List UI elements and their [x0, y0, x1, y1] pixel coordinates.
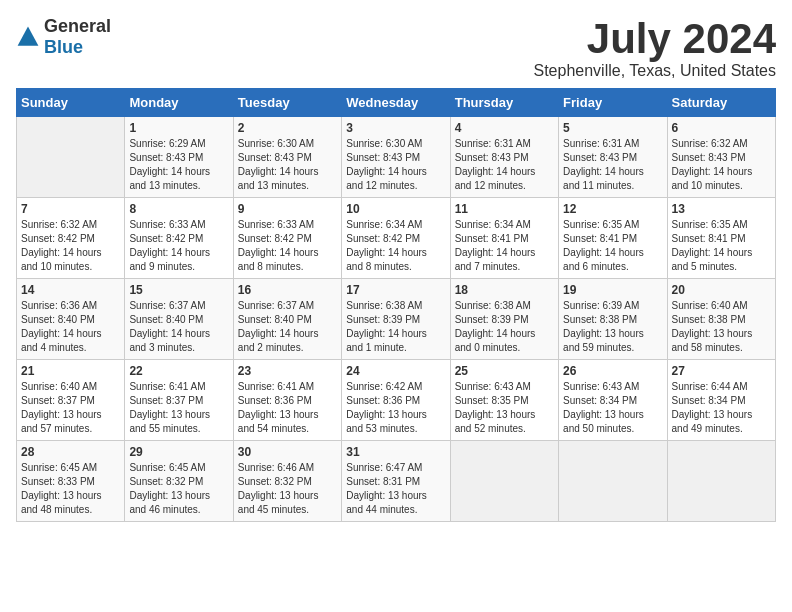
day-number: 9 — [238, 202, 337, 216]
calendar-cell: 9Sunrise: 6:33 AMSunset: 8:42 PMDaylight… — [233, 198, 341, 279]
logo: General Blue — [16, 16, 111, 58]
calendar-cell: 14Sunrise: 6:36 AMSunset: 8:40 PMDayligh… — [17, 279, 125, 360]
day-info: Sunrise: 6:41 AMSunset: 8:36 PMDaylight:… — [238, 380, 337, 436]
day-number: 17 — [346, 283, 445, 297]
day-number: 3 — [346, 121, 445, 135]
header-day: Tuesday — [233, 89, 341, 117]
calendar-cell: 19Sunrise: 6:39 AMSunset: 8:38 PMDayligh… — [559, 279, 667, 360]
header-row: SundayMondayTuesdayWednesdayThursdayFrid… — [17, 89, 776, 117]
day-number: 24 — [346, 364, 445, 378]
day-number: 18 — [455, 283, 554, 297]
calendar-cell: 12Sunrise: 6:35 AMSunset: 8:41 PMDayligh… — [559, 198, 667, 279]
calendar-cell: 31Sunrise: 6:47 AMSunset: 8:31 PMDayligh… — [342, 441, 450, 522]
day-info: Sunrise: 6:41 AMSunset: 8:37 PMDaylight:… — [129, 380, 228, 436]
day-number: 19 — [563, 283, 662, 297]
day-info: Sunrise: 6:40 AMSunset: 8:38 PMDaylight:… — [672, 299, 771, 355]
day-number: 11 — [455, 202, 554, 216]
calendar-cell: 17Sunrise: 6:38 AMSunset: 8:39 PMDayligh… — [342, 279, 450, 360]
day-info: Sunrise: 6:31 AMSunset: 8:43 PMDaylight:… — [563, 137, 662, 193]
calendar-cell — [17, 117, 125, 198]
day-info: Sunrise: 6:32 AMSunset: 8:43 PMDaylight:… — [672, 137, 771, 193]
day-info: Sunrise: 6:36 AMSunset: 8:40 PMDaylight:… — [21, 299, 120, 355]
day-number: 14 — [21, 283, 120, 297]
calendar-cell: 3Sunrise: 6:30 AMSunset: 8:43 PMDaylight… — [342, 117, 450, 198]
day-number: 22 — [129, 364, 228, 378]
day-number: 1 — [129, 121, 228, 135]
day-info: Sunrise: 6:30 AMSunset: 8:43 PMDaylight:… — [346, 137, 445, 193]
logo-blue: Blue — [44, 37, 83, 57]
day-info: Sunrise: 6:45 AMSunset: 8:33 PMDaylight:… — [21, 461, 120, 517]
calendar-cell: 10Sunrise: 6:34 AMSunset: 8:42 PMDayligh… — [342, 198, 450, 279]
day-number: 31 — [346, 445, 445, 459]
day-number: 12 — [563, 202, 662, 216]
calendar-week-row: 1Sunrise: 6:29 AMSunset: 8:43 PMDaylight… — [17, 117, 776, 198]
day-number: 27 — [672, 364, 771, 378]
day-info: Sunrise: 6:33 AMSunset: 8:42 PMDaylight:… — [129, 218, 228, 274]
calendar-cell: 25Sunrise: 6:43 AMSunset: 8:35 PMDayligh… — [450, 360, 558, 441]
day-number: 8 — [129, 202, 228, 216]
header-day: Monday — [125, 89, 233, 117]
day-info: Sunrise: 6:33 AMSunset: 8:42 PMDaylight:… — [238, 218, 337, 274]
calendar-cell — [667, 441, 775, 522]
day-info: Sunrise: 6:34 AMSunset: 8:42 PMDaylight:… — [346, 218, 445, 274]
calendar-cell: 11Sunrise: 6:34 AMSunset: 8:41 PMDayligh… — [450, 198, 558, 279]
day-info: Sunrise: 6:43 AMSunset: 8:35 PMDaylight:… — [455, 380, 554, 436]
calendar-header: SundayMondayTuesdayWednesdayThursdayFrid… — [17, 89, 776, 117]
header-day: Sunday — [17, 89, 125, 117]
calendar-cell: 26Sunrise: 6:43 AMSunset: 8:34 PMDayligh… — [559, 360, 667, 441]
day-info: Sunrise: 6:44 AMSunset: 8:34 PMDaylight:… — [672, 380, 771, 436]
title-area: July 2024 Stephenville, Texas, United St… — [533, 16, 776, 80]
calendar-week-row: 28Sunrise: 6:45 AMSunset: 8:33 PMDayligh… — [17, 441, 776, 522]
calendar-cell: 15Sunrise: 6:37 AMSunset: 8:40 PMDayligh… — [125, 279, 233, 360]
day-number: 6 — [672, 121, 771, 135]
day-info: Sunrise: 6:29 AMSunset: 8:43 PMDaylight:… — [129, 137, 228, 193]
calendar-cell: 16Sunrise: 6:37 AMSunset: 8:40 PMDayligh… — [233, 279, 341, 360]
calendar-body: 1Sunrise: 6:29 AMSunset: 8:43 PMDaylight… — [17, 117, 776, 522]
day-info: Sunrise: 6:38 AMSunset: 8:39 PMDaylight:… — [455, 299, 554, 355]
day-info: Sunrise: 6:45 AMSunset: 8:32 PMDaylight:… — [129, 461, 228, 517]
calendar-cell: 13Sunrise: 6:35 AMSunset: 8:41 PMDayligh… — [667, 198, 775, 279]
day-info: Sunrise: 6:35 AMSunset: 8:41 PMDaylight:… — [563, 218, 662, 274]
day-number: 21 — [21, 364, 120, 378]
calendar-cell: 7Sunrise: 6:32 AMSunset: 8:42 PMDaylight… — [17, 198, 125, 279]
main-title: July 2024 — [533, 16, 776, 62]
calendar-cell: 24Sunrise: 6:42 AMSunset: 8:36 PMDayligh… — [342, 360, 450, 441]
calendar-cell: 28Sunrise: 6:45 AMSunset: 8:33 PMDayligh… — [17, 441, 125, 522]
day-info: Sunrise: 6:39 AMSunset: 8:38 PMDaylight:… — [563, 299, 662, 355]
calendar-cell: 6Sunrise: 6:32 AMSunset: 8:43 PMDaylight… — [667, 117, 775, 198]
logo-text: General Blue — [44, 16, 111, 58]
day-info: Sunrise: 6:47 AMSunset: 8:31 PMDaylight:… — [346, 461, 445, 517]
day-number: 30 — [238, 445, 337, 459]
calendar-week-row: 14Sunrise: 6:36 AMSunset: 8:40 PMDayligh… — [17, 279, 776, 360]
day-number: 26 — [563, 364, 662, 378]
calendar-cell: 27Sunrise: 6:44 AMSunset: 8:34 PMDayligh… — [667, 360, 775, 441]
header: General Blue July 2024 Stephenville, Tex… — [16, 16, 776, 80]
day-number: 28 — [21, 445, 120, 459]
calendar-cell: 30Sunrise: 6:46 AMSunset: 8:32 PMDayligh… — [233, 441, 341, 522]
day-info: Sunrise: 6:40 AMSunset: 8:37 PMDaylight:… — [21, 380, 120, 436]
calendar-cell: 20Sunrise: 6:40 AMSunset: 8:38 PMDayligh… — [667, 279, 775, 360]
subtitle: Stephenville, Texas, United States — [533, 62, 776, 80]
calendar-cell: 8Sunrise: 6:33 AMSunset: 8:42 PMDaylight… — [125, 198, 233, 279]
logo-general: General — [44, 16, 111, 36]
day-number: 2 — [238, 121, 337, 135]
day-number: 5 — [563, 121, 662, 135]
day-info: Sunrise: 6:30 AMSunset: 8:43 PMDaylight:… — [238, 137, 337, 193]
day-info: Sunrise: 6:37 AMSunset: 8:40 PMDaylight:… — [238, 299, 337, 355]
day-info: Sunrise: 6:43 AMSunset: 8:34 PMDaylight:… — [563, 380, 662, 436]
day-info: Sunrise: 6:42 AMSunset: 8:36 PMDaylight:… — [346, 380, 445, 436]
day-number: 23 — [238, 364, 337, 378]
day-number: 15 — [129, 283, 228, 297]
header-day: Wednesday — [342, 89, 450, 117]
header-day: Friday — [559, 89, 667, 117]
day-number: 16 — [238, 283, 337, 297]
day-number: 29 — [129, 445, 228, 459]
day-info: Sunrise: 6:38 AMSunset: 8:39 PMDaylight:… — [346, 299, 445, 355]
calendar-week-row: 21Sunrise: 6:40 AMSunset: 8:37 PMDayligh… — [17, 360, 776, 441]
day-info: Sunrise: 6:31 AMSunset: 8:43 PMDaylight:… — [455, 137, 554, 193]
calendar-cell — [450, 441, 558, 522]
day-number: 25 — [455, 364, 554, 378]
header-day: Thursday — [450, 89, 558, 117]
logo-icon — [16, 25, 40, 49]
day-info: Sunrise: 6:34 AMSunset: 8:41 PMDaylight:… — [455, 218, 554, 274]
